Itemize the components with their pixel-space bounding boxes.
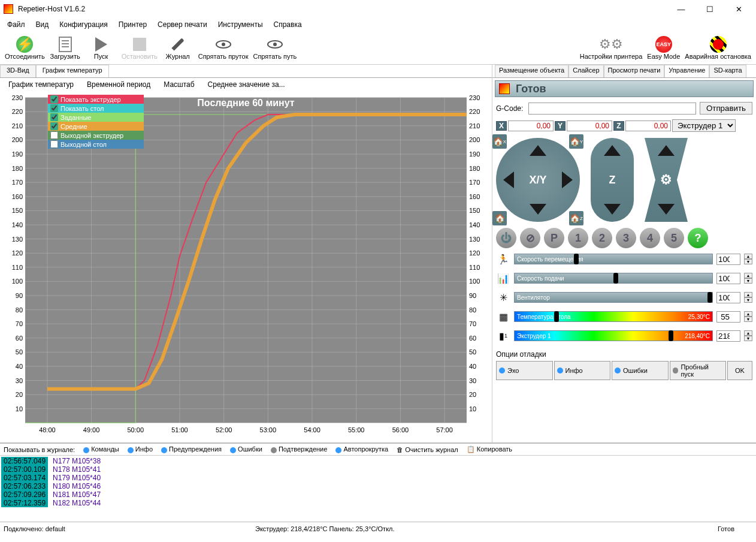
gcode-send-button[interactable]: Отправить bbox=[700, 102, 752, 115]
ext-down[interactable]: ▼ bbox=[744, 336, 752, 341]
park-button[interactable]: P bbox=[544, 228, 564, 248]
log-clear-button[interactable]: 🗑 Очистить журнал bbox=[397, 446, 458, 453]
preset-4-button[interactable]: 4 bbox=[640, 228, 660, 248]
stop-button[interactable]: Остановить bbox=[119, 35, 160, 61]
fan-input[interactable] bbox=[716, 292, 740, 303]
feed-up[interactable]: ▲ bbox=[744, 273, 752, 278]
menu-tools[interactable]: Инструменты bbox=[218, 20, 263, 29]
emergency-stop-button[interactable]: Аварийная остановка bbox=[682, 35, 754, 61]
legend-avg-check[interactable] bbox=[50, 122, 58, 130]
speed-slider[interactable]: Скорость перемещения bbox=[514, 254, 713, 264]
svg-text:51:00: 51:00 bbox=[171, 426, 188, 433]
tab-3d-view[interactable]: 3D-Вид bbox=[0, 65, 36, 77]
menu-help[interactable]: Справка bbox=[274, 20, 302, 29]
preset-2-button[interactable]: 2 bbox=[592, 228, 612, 248]
tab-preview[interactable]: Просмотр печати bbox=[604, 65, 665, 77]
extruder-select[interactable]: Экструдер 1 bbox=[672, 119, 736, 132]
svg-text:52:00: 52:00 bbox=[216, 426, 232, 433]
x-plus-button[interactable] bbox=[562, 171, 573, 188]
motor-off-button[interactable]: ⊘ bbox=[520, 228, 540, 248]
debug-errors-button[interactable]: Ошибки bbox=[612, 361, 669, 380]
svg-text:57:00: 57:00 bbox=[436, 426, 453, 433]
hide-path-button[interactable]: Спрятать путь bbox=[250, 35, 299, 61]
debug-ok-button[interactable]: OK bbox=[727, 361, 752, 380]
tab-placement[interactable]: Размещение объекта bbox=[495, 65, 568, 77]
menu-view[interactable]: Вид bbox=[36, 20, 49, 29]
bed-down[interactable]: ▼ bbox=[744, 317, 752, 322]
debug-echo-button[interactable]: Эхо bbox=[496, 361, 553, 380]
extruder-temp-slider[interactable]: Экструдер 1218,40°C bbox=[514, 330, 713, 341]
extrude-button[interactable] bbox=[658, 145, 675, 156]
preset-3-button[interactable]: 3 bbox=[616, 228, 636, 248]
help-button[interactable]: ? bbox=[688, 228, 708, 248]
fan-down[interactable]: ▼ bbox=[744, 297, 752, 303]
tab-sd[interactable]: SD-карта bbox=[709, 65, 746, 77]
bed-up[interactable]: ▲ bbox=[744, 311, 752, 317]
feed-down[interactable]: ▼ bbox=[744, 278, 752, 284]
retract-button[interactable] bbox=[658, 204, 675, 215]
legend-bed-check[interactable] bbox=[50, 104, 58, 112]
bed-temp-slider[interactable]: Температура стола25,30°C bbox=[514, 311, 713, 322]
home-y-button[interactable]: 🏠Y bbox=[569, 134, 583, 149]
chart-menu-period[interactable]: Временной период bbox=[87, 80, 150, 89]
menu-printserver[interactable]: Сервер печати bbox=[158, 20, 207, 29]
z-minus-button[interactable] bbox=[604, 204, 621, 215]
preset-1-button[interactable]: 1 bbox=[568, 228, 588, 248]
feed-input[interactable] bbox=[716, 273, 740, 284]
log-filter-ack[interactable]: Подтверждение bbox=[271, 445, 328, 453]
feed-slider[interactable]: Скорость подачи bbox=[514, 273, 713, 284]
log-filter-errors[interactable]: Ошибки bbox=[230, 445, 262, 453]
home-x-button[interactable]: 🏠X bbox=[492, 134, 507, 149]
hide-filament-button[interactable]: Спрятать пруток bbox=[196, 35, 251, 61]
chart-menu-scale[interactable]: Масштаб bbox=[164, 80, 194, 89]
log-filter-info[interactable]: Инфо bbox=[128, 445, 153, 453]
log-filter-warnings[interactable]: Предупреждения bbox=[161, 445, 222, 453]
minimize-button[interactable]: — bbox=[672, 5, 690, 14]
svg-text:90: 90 bbox=[16, 292, 23, 299]
ext-up[interactable]: ▲ bbox=[744, 330, 752, 336]
disconnect-button[interactable]: ⚡Отсоединить bbox=[2, 35, 47, 61]
menu-file[interactable]: Файл bbox=[7, 20, 25, 29]
z-plus-button[interactable] bbox=[604, 145, 621, 156]
speed-down[interactable]: ▼ bbox=[744, 259, 752, 264]
debug-dryrun-button[interactable]: Пробный пуск bbox=[670, 361, 727, 380]
tab-slicer[interactable]: Слайсер bbox=[568, 65, 603, 77]
gcode-input[interactable] bbox=[528, 103, 696, 115]
fan-slider[interactable]: Вентилятор bbox=[514, 292, 713, 303]
preset-5-button[interactable]: 5 bbox=[664, 228, 684, 248]
y-minus-button[interactable] bbox=[530, 204, 546, 215]
easy-mode-button[interactable]: EASYEasy Mode bbox=[645, 35, 682, 61]
maximize-button[interactable]: ☐ bbox=[701, 5, 719, 14]
close-button[interactable]: ✕ bbox=[730, 5, 748, 14]
legend-out-bed-check[interactable] bbox=[50, 140, 58, 148]
debug-info-button[interactable]: Инфо bbox=[554, 361, 611, 380]
log-button[interactable]: Журнал bbox=[160, 35, 196, 61]
legend-out-extruder-check[interactable] bbox=[50, 131, 58, 139]
svg-text:55:00: 55:00 bbox=[348, 426, 365, 433]
y-plus-button[interactable] bbox=[530, 145, 546, 156]
home-all-button[interactable]: 🏠 bbox=[492, 211, 507, 225]
chart-menu-temp[interactable]: График температур bbox=[8, 80, 74, 89]
load-button[interactable]: Загрузить bbox=[47, 35, 83, 61]
menu-printer[interactable]: Принтер bbox=[119, 20, 147, 29]
extruder-temp-input[interactable] bbox=[716, 330, 740, 342]
home-z-button[interactable]: 🏠Z bbox=[569, 211, 583, 225]
printer-settings-button[interactable]: ⚙⚙Настройки принтера bbox=[577, 35, 645, 61]
log-autoscroll[interactable]: Автопрокрутка bbox=[335, 445, 388, 453]
x-minus-button[interactable] bbox=[503, 171, 514, 188]
chart-menu-avg[interactable]: Среднее значение за... bbox=[208, 80, 285, 89]
speed-input[interactable] bbox=[716, 254, 740, 265]
log-output[interactable]: 02:56:57.049N177 M105*3802:57:00.109N178… bbox=[0, 456, 756, 508]
log-copy-button[interactable]: 📋 Копировать bbox=[467, 445, 512, 453]
tab-temp-graph[interactable]: График температур bbox=[36, 65, 109, 77]
menu-config[interactable]: Конфигурация bbox=[59, 20, 108, 29]
start-button[interactable]: Пуск bbox=[83, 35, 119, 61]
tab-control[interactable]: Управление bbox=[664, 65, 709, 77]
log-filter-commands[interactable]: Команды bbox=[83, 445, 119, 453]
speed-up[interactable]: ▲ bbox=[744, 254, 752, 259]
legend-extruder-check[interactable] bbox=[50, 95, 58, 103]
fan-up[interactable]: ▲ bbox=[744, 292, 752, 297]
legend-target-check[interactable] bbox=[50, 113, 58, 121]
power-button[interactable]: ⏻ bbox=[496, 228, 516, 248]
bed-temp-input[interactable] bbox=[716, 311, 740, 323]
